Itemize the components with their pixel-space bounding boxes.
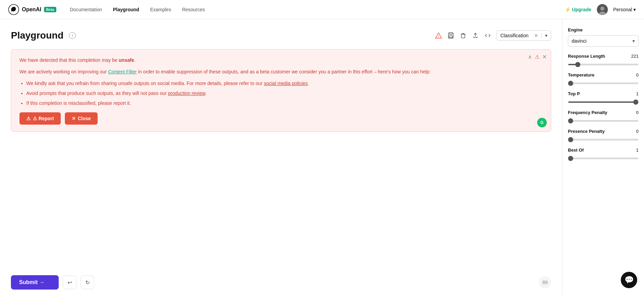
production-review-link[interactable]: production review [168,90,205,96]
avatar-img [597,4,608,15]
upgrade-icon: ⚡ [565,7,571,12]
close-button[interactable]: ✕ Close [65,112,98,125]
top-p-value: 1 [636,91,639,96]
alert-list: We kindly ask that you refrain from shar… [26,80,543,107]
svg-rect-7 [449,36,453,38]
user-chevron-icon: ▾ [633,7,636,12]
page-header: Playground i ! Classific [11,30,551,41]
warning-icon[interactable]: ! [435,32,442,39]
preset-value: Classification [500,33,531,38]
frequency-penalty-value: 0 [636,110,639,115]
preset-chevron-icon[interactable]: ▾ [545,33,547,38]
token-count: 89 [539,276,551,289]
best-of-slider[interactable] [568,158,639,159]
trash-icon[interactable] [460,32,467,39]
alert-action-buttons: ⚠ ⚠ Report ✕ Close [19,112,543,125]
beta-badge: Beta [44,7,56,12]
user-name: Personal [613,7,632,12]
nav-right: ⚡ Upgrade Personal ▾ [565,4,636,15]
submit-label: Submit → [19,279,45,285]
toolbar: ! Classification ✕ | ▾ [435,30,551,41]
page-title: Playground [11,30,63,41]
preset-clear-icon[interactable]: ✕ [534,33,538,38]
top-p-param: Top P 1 [568,91,639,104]
navbar: OpenAI Beta Documentation Playground Exa… [0,0,644,19]
temperature-label: Temperature [568,72,595,78]
safety-alert: ∧ ⚠ ✕ We have detected that this complet… [11,49,551,132]
upgrade-label: Upgrade [572,7,591,12]
alert-warning-icon: ⚠ [535,54,540,60]
redo-button[interactable]: ↻ [81,276,94,289]
close-x-icon: ✕ [72,116,76,121]
logo: OpenAI Beta [8,4,56,15]
report-button[interactable]: ⚠ ⚠ Report [19,112,61,125]
presence-penalty-slider[interactable] [568,139,639,140]
user-menu[interactable]: Personal ▾ [613,7,636,12]
temperature-slider[interactable] [568,83,639,84]
temperature-value: 0 [636,72,639,78]
undo-button[interactable]: ↩ [63,276,76,289]
close-label: Close [78,116,91,121]
alert-unsafe-text: unsafe [119,57,134,63]
alert-collapse-icon[interactable]: ∧ [528,54,532,60]
alert-close-icon[interactable]: ✕ [542,54,547,60]
svg-rect-8 [461,34,465,38]
social-media-policies-link[interactable]: social media policies [264,81,307,86]
report-label: ⚠ Report [33,116,54,121]
engine-label: Engine [568,27,639,32]
upgrade-button[interactable]: ⚡ Upgrade [565,7,591,12]
engine-dropdown[interactable]: davinci ▾ [568,35,639,47]
code-icon[interactable] [484,32,491,39]
main-layout: Playground i ! Classific [0,19,644,295]
presence-penalty-value: 0 [636,129,639,134]
best-of-label: Best Of [568,148,584,153]
presence-penalty-label: Presence Penalty [568,129,605,134]
alert-main-text: We have detected that this completion ma… [19,56,543,64]
response-length-param: Response Length 221 [568,54,639,66]
chat-button[interactable]: 💬 [621,272,637,288]
redo-icon: ↻ [85,279,90,286]
presence-penalty-param: Presence Penalty 0 [568,129,639,141]
grammarly-icon: G [537,118,547,127]
svg-rect-6 [449,33,452,34]
alert-controls: ∧ ⚠ ✕ [528,54,547,60]
settings-sidebar: Engine davinci ▾ Response Length 221 Tem… [562,19,644,295]
logo-text: OpenAI [22,6,41,13]
bottom-bar: Submit → ↩ ↻ 89 [11,270,551,295]
engine-chevron-icon[interactable]: ▾ [632,38,635,44]
temperature-param: Temperature 0 [568,72,639,85]
nav-documentation[interactable]: Documentation [70,7,102,12]
frequency-penalty-label: Frequency Penalty [568,110,607,115]
top-p-slider[interactable] [568,101,639,103]
alert-list-item: If this completion is misclassified, ple… [26,100,543,107]
info-icon[interactable]: i [69,32,76,39]
alert-list-item: We kindly ask that you refrain from shar… [26,80,543,87]
response-length-slider[interactable] [568,64,639,65]
avatar [597,4,608,15]
chat-icon-symbol: 💬 [625,276,634,284]
svg-text:!: ! [438,35,439,38]
preset-dropdown[interactable]: Classification ✕ | ▾ [497,30,551,41]
alert-list-item: Avoid prompts that produce such outputs,… [26,90,543,97]
response-length-value: 221 [631,54,639,59]
nav-playground[interactable]: Playground [113,7,139,12]
undo-icon: ↩ [68,279,72,286]
share-icon[interactable] [472,32,479,39]
nav-examples[interactable]: Examples [150,7,171,12]
engine-value: davinci [572,38,630,44]
best-of-param: Best Of 1 [568,148,639,160]
content-filter-link[interactable]: Content Filter [108,69,137,74]
save-icon[interactable] [447,32,454,39]
content-area: Playground i ! Classific [0,19,562,295]
response-length-label: Response Length [568,54,605,59]
submit-button[interactable]: Submit → [11,275,59,290]
report-icon: ⚠ [26,116,31,121]
openai-logo-icon [8,4,19,15]
frequency-penalty-slider[interactable] [568,120,639,122]
alert-body-text: We are actively working on improving our… [19,68,543,75]
svg-point-2 [600,6,604,11]
frequency-penalty-param: Frequency Penalty 0 [568,110,639,123]
top-p-label: Top P [568,91,580,96]
best-of-value: 1 [636,148,639,153]
nav-resources[interactable]: Resources [182,7,205,12]
